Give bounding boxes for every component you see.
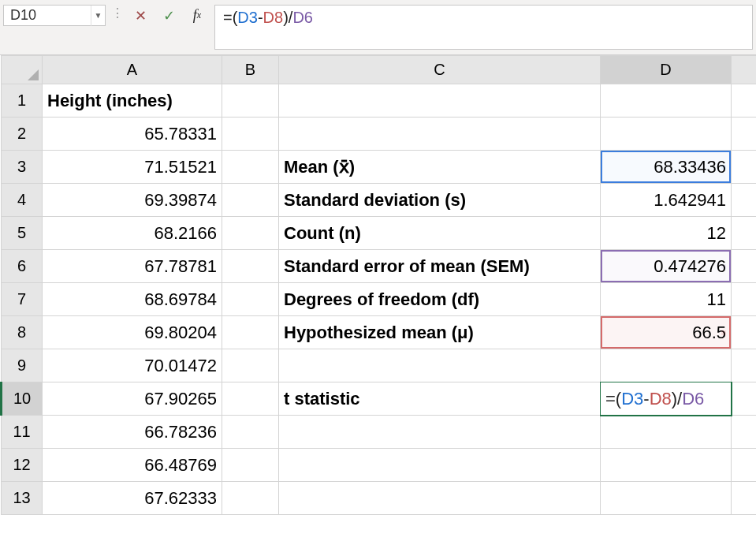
cell-C10[interactable]: t statistic [279, 382, 601, 416]
row-header-1[interactable]: 1 [2, 84, 43, 118]
row-header-5[interactable]: 5 [2, 217, 43, 250]
cell-B5[interactable] [222, 217, 279, 250]
cell-D9[interactable] [601, 349, 732, 382]
col-header-A[interactable]: A [43, 56, 222, 84]
cell-B3[interactable] [222, 151, 279, 184]
cell-B2[interactable] [222, 118, 279, 151]
cell-D1[interactable] [601, 84, 732, 118]
row-4: 469.39874Standard deviation (s)1.642941 [2, 184, 757, 217]
row-7: 768.69784Degrees of freedom (df)11 [2, 283, 757, 316]
cell-content: 68.69784 [43, 283, 222, 315]
cell-A6[interactable]: 67.78781 [43, 250, 222, 283]
cell-A4[interactable]: 69.39874 [43, 184, 222, 217]
cell-B9[interactable] [222, 349, 279, 382]
cell-A2[interactable]: 65.78331 [43, 118, 222, 151]
select-all-corner[interactable] [2, 56, 43, 84]
cell-C5[interactable]: Count (n) [279, 217, 601, 250]
cell-C12[interactable] [279, 449, 601, 482]
cell-D3[interactable]: 68.33436 [601, 151, 732, 184]
cell-C2[interactable] [279, 118, 601, 151]
cell-content [222, 316, 278, 349]
cell-A3[interactable]: 71.51521 [43, 151, 222, 184]
row-header-2[interactable]: 2 [2, 118, 43, 151]
cell-C13[interactable] [279, 482, 601, 515]
cell-C3[interactable]: Mean (x̄) [279, 151, 601, 184]
row-header-8[interactable]: 8 [2, 316, 43, 349]
cell-C11[interactable] [279, 416, 601, 449]
row-header-11[interactable]: 11 [2, 416, 43, 449]
col-header-B[interactable]: B [222, 56, 279, 84]
cell-E12[interactable] [732, 449, 757, 482]
cell-E9[interactable] [732, 349, 757, 382]
cell-A11[interactable]: 66.78236 [43, 416, 222, 449]
cell-A7[interactable]: 68.69784 [43, 283, 222, 316]
cell-A8[interactable]: 69.80204 [43, 316, 222, 349]
cell-content [601, 482, 731, 514]
cell-B4[interactable] [222, 184, 279, 217]
cell-E10[interactable] [732, 382, 757, 416]
cell-B7[interactable] [222, 283, 279, 316]
cell-E3[interactable] [732, 151, 757, 184]
row-header-7[interactable]: 7 [2, 283, 43, 316]
row-header-13[interactable]: 13 [2, 482, 43, 515]
cell-D8[interactable]: 66.5 [601, 316, 732, 349]
row-header-3[interactable]: 3 [2, 151, 43, 184]
cell-E2[interactable] [732, 118, 757, 151]
cell-A13[interactable]: 67.62333 [43, 482, 222, 515]
cell-B6[interactable] [222, 250, 279, 283]
cell-C7[interactable]: Degrees of freedom (df) [279, 283, 601, 316]
row-header-10[interactable]: 10 [2, 382, 43, 416]
cell-E6[interactable] [732, 250, 757, 283]
cell-E11[interactable] [732, 416, 757, 449]
cell-E1[interactable] [732, 84, 757, 118]
cell-D10[interactable]: =(D3-D8)/D6 [601, 382, 732, 416]
cell-A9[interactable]: 70.01472 [43, 349, 222, 382]
cell-D2[interactable] [601, 118, 732, 151]
cell-E5[interactable] [732, 217, 757, 250]
cell-B13[interactable] [222, 482, 279, 515]
cell-E13[interactable] [732, 482, 757, 515]
cell-B11[interactable] [222, 416, 279, 449]
enter-icon[interactable]: ✓ [155, 5, 183, 26]
cell-D5[interactable]: 12 [601, 217, 732, 250]
cell-B8[interactable] [222, 316, 279, 349]
cell-B12[interactable] [222, 449, 279, 482]
cell-C9[interactable] [279, 349, 601, 382]
cell-D13[interactable] [601, 482, 732, 515]
cell-B1[interactable] [222, 84, 279, 118]
col-header-D[interactable]: D [601, 56, 732, 84]
cell-C8[interactable]: Hypothesized mean (μ) [279, 316, 601, 349]
spreadsheet-grid[interactable]: A B C D 1Height (inches)265.78331371.515… [0, 55, 756, 515]
cell-E7[interactable] [732, 283, 757, 316]
row-header-4[interactable]: 4 [2, 184, 43, 217]
cell-D7[interactable]: 11 [601, 283, 732, 316]
cell-C6[interactable]: Standard error of mean (SEM) [279, 250, 601, 283]
cell-A5[interactable]: 68.2166 [43, 217, 222, 250]
dropdown-icon[interactable]: ▼ [91, 6, 105, 26]
cell-E4[interactable] [732, 184, 757, 217]
col-header-E[interactable] [732, 56, 757, 84]
row-header-12[interactable]: 12 [2, 449, 43, 482]
fx-icon[interactable]: fx [183, 5, 211, 26]
cell-C4[interactable]: Standard deviation (s) [279, 184, 601, 217]
cell-D6[interactable]: 0.474276 [601, 250, 732, 283]
formula-bar-splitter[interactable]: ⋮ [109, 0, 126, 26]
formula-input[interactable]: =(D3-D8)/D6 [214, 5, 753, 50]
cell-D11[interactable] [601, 416, 732, 449]
cell-A12[interactable]: 66.48769 [43, 449, 222, 482]
cell-D4[interactable]: 1.642941 [601, 184, 732, 217]
cell-C1[interactable] [279, 84, 601, 118]
formula-text: =(D3-D8)/D6 [223, 9, 313, 27]
cell-B10[interactable] [222, 382, 279, 416]
row-header-9[interactable]: 9 [2, 349, 43, 382]
cancel-icon[interactable]: ✕ [126, 5, 155, 26]
cell-A10[interactable]: 67.90265 [43, 382, 222, 416]
row-header-6[interactable]: 6 [2, 250, 43, 283]
cell-E8[interactable] [732, 316, 757, 349]
col-header-C[interactable]: C [279, 56, 601, 84]
cell-D12[interactable] [601, 449, 732, 482]
row-10: 1067.90265t statistic=(D3-D8)/D6 [2, 382, 757, 416]
name-box[interactable]: D10 ▼ [3, 5, 106, 26]
cell-A1[interactable]: Height (inches) [43, 84, 222, 118]
cell-content [222, 416, 278, 448]
